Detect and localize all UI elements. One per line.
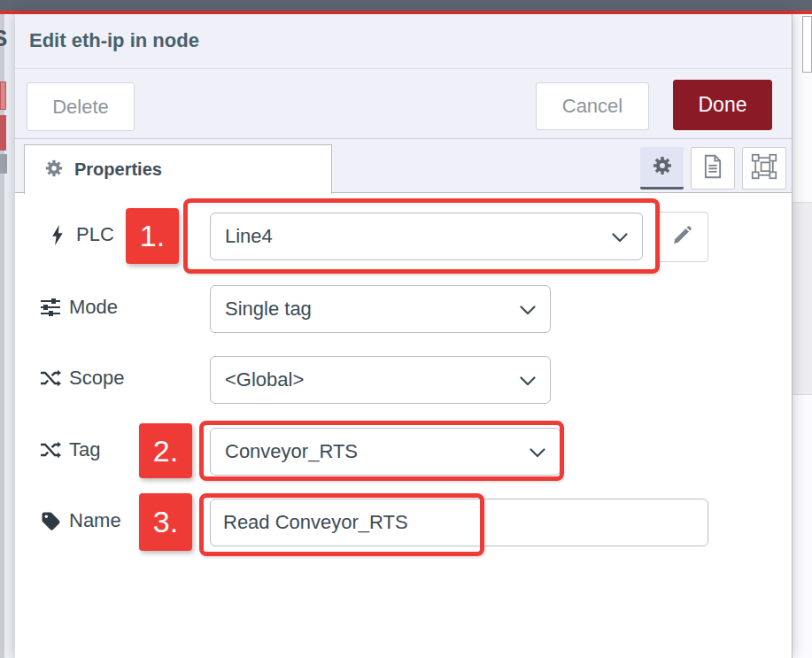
pencil-icon [672, 226, 692, 249]
delete-button[interactable]: Delete [27, 82, 135, 131]
background-letter: S [0, 25, 7, 52]
bolt-icon [47, 225, 68, 245]
cog-icon [652, 155, 673, 180]
plc-field-label: PLC [47, 223, 114, 246]
properties-view-button[interactable] [640, 147, 684, 190]
scrollbar[interactable] [802, 16, 812, 73]
document-icon [702, 154, 723, 182]
chevron-down-icon [612, 225, 628, 248]
background-left-strip: S [0, 14, 15, 658]
background-right-strip [793, 14, 812, 658]
done-button[interactable]: Done [673, 80, 772, 130]
appearance-view-button[interactable] [742, 147, 786, 190]
screen: S Edit eth-ip in node Delete Cancel Done [0, 0, 812, 658]
description-view-button[interactable] [691, 147, 735, 190]
mode-select[interactable]: Single tag [210, 285, 551, 333]
cog-icon [44, 159, 64, 182]
tag-field-label: Tag [40, 438, 100, 461]
mode-field-label: Mode [40, 296, 118, 319]
shuffle-icon [40, 440, 61, 460]
annotation-badge-2: 2. [139, 423, 192, 478]
tab-bar: Properties [15, 139, 792, 193]
mode-select-value: Single tag [225, 298, 312, 321]
shuffle-icon [40, 368, 61, 388]
name-field-label: Name [40, 509, 121, 532]
edit-node-dialog: Edit eth-ip in node Delete Cancel Done [15, 14, 793, 658]
appearance-icon [751, 153, 777, 183]
edit-plc-config-button[interactable] [655, 212, 708, 262]
annotation-badge-1: 1. [126, 208, 179, 264]
scope-select[interactable]: <Global> [210, 356, 551, 404]
background-fragment [0, 81, 6, 110]
dialog-header: Edit eth-ip in node [15, 14, 792, 69]
chevron-down-icon [520, 368, 536, 391]
sliders-icon [40, 298, 61, 317]
annotation-badge-3: 3. [139, 493, 192, 551]
background-panel [793, 202, 812, 395]
dialog-title: Edit eth-ip in node [29, 29, 199, 52]
chevron-down-icon [520, 298, 536, 321]
properties-form: PLC 1. Line4 [15, 193, 792, 658]
scope-select-value: <Global> [225, 368, 304, 391]
tag-icon [40, 510, 61, 531]
plc-select-value: Line4 [225, 225, 273, 248]
cancel-button[interactable]: Cancel [536, 82, 649, 130]
top-header-bar [0, 0, 812, 11]
tab-properties-label: Properties [74, 159, 162, 180]
name-input[interactable] [210, 499, 708, 546]
scope-field-label: Scope [40, 367, 124, 390]
chevron-down-icon [530, 440, 545, 463]
background-fragment [0, 154, 7, 174]
tag-select[interactable]: Conveyor_RTS [210, 428, 561, 476]
tab-properties[interactable]: Properties [24, 144, 332, 194]
plc-select[interactable]: Line4 [210, 213, 643, 260]
tag-select-value: Conveyor_RTS [225, 440, 358, 463]
background-fragment [0, 115, 6, 151]
